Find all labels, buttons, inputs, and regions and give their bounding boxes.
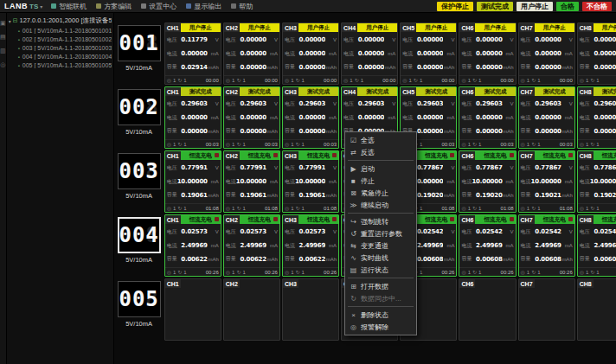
badge-user-stop: 用户停止 xyxy=(517,2,553,11)
capacity-unit: mAh xyxy=(208,257,219,262)
chevron-down-icon: ▾ xyxy=(40,3,42,10)
capacity-label: 容量 xyxy=(461,191,472,199)
menu-item-label: 实时曲线 xyxy=(361,253,388,263)
channel-card-003-ch1[interactable]: CH1恒流充电电压0.77991V电流10.00000mA容量0.19061mA… xyxy=(164,150,221,213)
voltage-value: 0.77991 xyxy=(236,164,266,171)
channel-card-001-ch6[interactable]: CH6用户停止电压0.00000V电流0.00000mA容量0.00000mAh… xyxy=(459,22,516,85)
channel-card-004-ch7[interactable]: CH7恒流充电电压0.02542V电流2.49969mA容量0.00608mAh… xyxy=(518,214,575,277)
channel-card-004-ch6[interactable]: CH6恒流充电电压0.02542V电流2.49969mA容量0.00608mAh… xyxy=(459,214,516,277)
channel-card-005-ch8[interactable]: CH8 xyxy=(577,278,616,341)
menu-item-change-channel[interactable]: ⇆变更通道 xyxy=(345,239,416,252)
menu-item-stop[interactable]: ■停止 xyxy=(345,175,416,187)
loop-number: 1 xyxy=(596,78,599,83)
menu-item-reset-run-params[interactable]: ↺重置运行参数 xyxy=(345,227,416,239)
menu-help[interactable]: 帮助 xyxy=(231,2,253,11)
channel-card-002-ch7[interactable]: CH7测试完成电压0.29603V电流0.00000mA容量0.00000mAh… xyxy=(518,86,575,149)
tree-item-device-1[interactable]: ▪001 [ 5V/10mA-1.1-20180501001] xyxy=(9,28,112,34)
channel-readings: 电压0.02542V电流2.49969mA容量0.00608mAh xyxy=(459,224,515,267)
menu-item-invert-selection[interactable]: ⇄反选 xyxy=(345,146,416,158)
channel-card-004-ch1[interactable]: CH1恒流充电电压0.02573V电流2.49969mA容量0.00622mAh… xyxy=(164,214,221,277)
channel-status-badge: 测试完成 xyxy=(416,87,456,96)
tree-item-device-2[interactable]: ▪002 [ 5V/10mA-1.1-20180501002] xyxy=(9,36,112,42)
voltage-value: 0.02542 xyxy=(590,228,616,235)
channel-card-001-ch5[interactable]: CH5用户停止电压0.00000V电流0.00000mA容量0.00000mAh… xyxy=(400,22,457,85)
channel-card-001-ch7[interactable]: CH7用户停止电压0.00000V电流0.00000mA容量0.00000mAh… xyxy=(518,22,575,85)
main-area: ▣▤▥◎ ▾ ⊟ 127.0.0.1:2001,2000 [连接设备5 台] ▪… xyxy=(0,13,616,364)
app-logo[interactable]: LANB TS ▾ xyxy=(4,2,42,10)
device-display-004[interactable]: 8880045V/10mA xyxy=(116,214,163,277)
channel-card-001-ch8[interactable]: CH8用户停止电压0.00000V电流0.00000mA容量0.00000mAh… xyxy=(577,22,616,85)
channel-card-001-ch2[interactable]: CH2用户停止电压0.00000V电流0.00000mA容量0.00000mAh… xyxy=(223,22,280,85)
menu-item-delete-status[interactable]: ×删除状态 xyxy=(345,309,416,321)
menu-settings-center[interactable]: 设置中心 xyxy=(141,2,176,11)
channel-card-002-ch3[interactable]: CH3测试完成电压0.29603V电流0.00000mA容量0.00000mAh… xyxy=(282,86,339,149)
current-unit: mA xyxy=(561,243,573,248)
channel-card-003-ch6[interactable]: CH6恒流充电电压0.77867V电流10.00000mA容量0.19020mA… xyxy=(459,150,516,213)
channel-card-005-ch6[interactable]: CH6 xyxy=(459,278,516,341)
tree-item-device-3[interactable]: ▪003 [ 5V/10mA-1.1-20180501003] xyxy=(9,45,112,51)
channel-card-002-ch8[interactable]: CH8测试完成电压0.29603V电流0.00000mA容量0.00000mAh… xyxy=(577,86,616,149)
channel-card-001-ch3[interactable]: CH3用户停止电压0.00000V电流0.00000mA容量0.00000mAh… xyxy=(282,22,339,85)
channel-card-001-ch4[interactable]: CH4用户停止电压0.00000V电流0.00000mA容量0.00000mAh… xyxy=(341,22,398,85)
voltage-unit: V xyxy=(325,165,337,170)
channel-card-002-ch6[interactable]: CH6测试完成电压0.29603V电流0.00000mA容量0.00000mAh… xyxy=(459,86,516,149)
voltage-label: 电压 xyxy=(167,228,177,236)
device-display-002[interactable]: 8880025V/10mA xyxy=(116,86,163,149)
menu-item-emergency-stop[interactable]: ⊠紧急停止 xyxy=(345,187,416,199)
menu-display-output[interactable]: 显示输出 xyxy=(186,2,221,11)
channel-card-001-ch1[interactable]: CH1用户停止电压0.11779V电流0.00000mA容量0.02914mAh… xyxy=(164,22,221,85)
device-icon[interactable]: ▥ xyxy=(0,48,6,54)
channel-card-003-ch3[interactable]: CH3恒流充电电压0.77991V电流10.00000mA容量0.19061mA… xyxy=(282,150,339,213)
seven-segment-display[interactable]: 888001 xyxy=(118,25,161,61)
capacity-label: 容量 xyxy=(580,127,590,135)
menu-plan-edit[interactable]: 方案编辑 xyxy=(96,2,132,11)
channel-status-badge: 恒流充电 xyxy=(181,151,221,160)
tree-item-device-5[interactable]: ▪005 [ 5V/10mA-1.1-20180501005] xyxy=(9,62,112,68)
channel-card-005-ch2[interactable]: CH2 xyxy=(223,278,280,341)
channel-card-005-ch7[interactable]: CH7 xyxy=(518,278,575,341)
device-display-003[interactable]: 8880035V/10mA xyxy=(116,150,163,213)
channel-card-005-ch3[interactable]: CH3 xyxy=(282,278,339,341)
gear-icon xyxy=(141,3,146,9)
channel-name: CH2 xyxy=(224,23,240,32)
menu-item-select-all[interactable]: ☑全选 xyxy=(345,134,416,146)
seven-segment-display[interactable]: 888005 xyxy=(118,281,161,317)
seven-segment-display[interactable]: 888003 xyxy=(118,153,161,189)
voltage-label: 电压 xyxy=(521,36,531,44)
channel-card-003-ch8[interactable]: CH8恒流充电电压0.77867V电流10.00000mA容量0.19020mA… xyxy=(577,150,616,213)
step-number: 1 xyxy=(586,78,588,83)
channel-card-005-ch1[interactable]: CH1 xyxy=(164,278,221,341)
tree-root[interactable]: ▾ ⊟ 127.0.0.1:2001,2000 [连接设备5 台] xyxy=(9,16,112,25)
menu-smart-connect[interactable]: 智能联机 xyxy=(51,2,87,11)
menu-item-open-data[interactable]: ⊞打开数据 xyxy=(345,280,416,292)
menu-item-alarm-clear[interactable]: ◎报警解除 xyxy=(345,321,416,333)
capacity-unit: mAh xyxy=(561,257,573,262)
channel-card-002-ch1[interactable]: CH1测试完成电压0.29603V电流0.00000mA容量0.00000mAh… xyxy=(164,86,221,149)
device-display-005[interactable]: 8880055V/10mA xyxy=(116,278,163,341)
channel-card-004-ch8[interactable]: CH8恒流充电电压0.02542V电流2.49969mA容量0.00608mAh… xyxy=(577,214,616,277)
current-unit: mA xyxy=(561,115,573,120)
menu-item-start[interactable]: ▶启动 xyxy=(345,163,416,175)
tree-item-device-4[interactable]: ▪004 [ 5V/10mA-1.1-20180501004] xyxy=(9,54,112,60)
loop-icon: ↻ xyxy=(531,269,536,275)
about-icon[interactable]: ◎ xyxy=(0,61,5,68)
seven-segment-display[interactable]: 888002 xyxy=(118,89,161,125)
channel-card-004-ch3[interactable]: CH3恒流充电电压0.02573V电流2.49969mA容量0.00622mAh… xyxy=(282,214,339,277)
channel-card-004-ch2[interactable]: CH2恒流充电电压0.02573V电流2.49969mA容量0.00622mAh… xyxy=(223,214,280,277)
loop-number: 1 xyxy=(478,206,481,211)
data-list-icon[interactable]: ▤ xyxy=(0,34,6,41)
menu-item-continue-start[interactable]: ≫继续启动 xyxy=(345,199,416,211)
menu-item-run-status[interactable]: ▤运行状态 xyxy=(345,264,416,276)
channel-card-002-ch2[interactable]: CH2测试完成电压0.29603V电流0.00000mA容量0.00000mAh… xyxy=(223,86,280,149)
device-display-001[interactable]: 8880015V/10mA xyxy=(116,22,163,85)
monitor-icon[interactable]: ▣ xyxy=(0,20,6,27)
voltage-row: 电压0.29603V xyxy=(285,99,337,110)
channel-card-003-ch2[interactable]: CH2恒流充电电压0.77991V电流10.00000mA容量0.19061mA… xyxy=(223,150,280,213)
channel-status-badge: 恒流充电 xyxy=(416,215,456,224)
capacity-value: 0.19061 xyxy=(236,192,266,199)
menu-item-force-jump[interactable]: ↪强制跳转 xyxy=(345,215,416,227)
menu-item-realtime-curve[interactable]: ∿实时曲线 xyxy=(345,252,416,264)
channel-card-003-ch7[interactable]: CH7恒流充电电压0.77867V电流10.00000mA容量0.19021mA… xyxy=(518,150,575,213)
seven-segment-display[interactable]: 888004 xyxy=(118,217,161,253)
step-icon: ◎ xyxy=(521,205,525,211)
